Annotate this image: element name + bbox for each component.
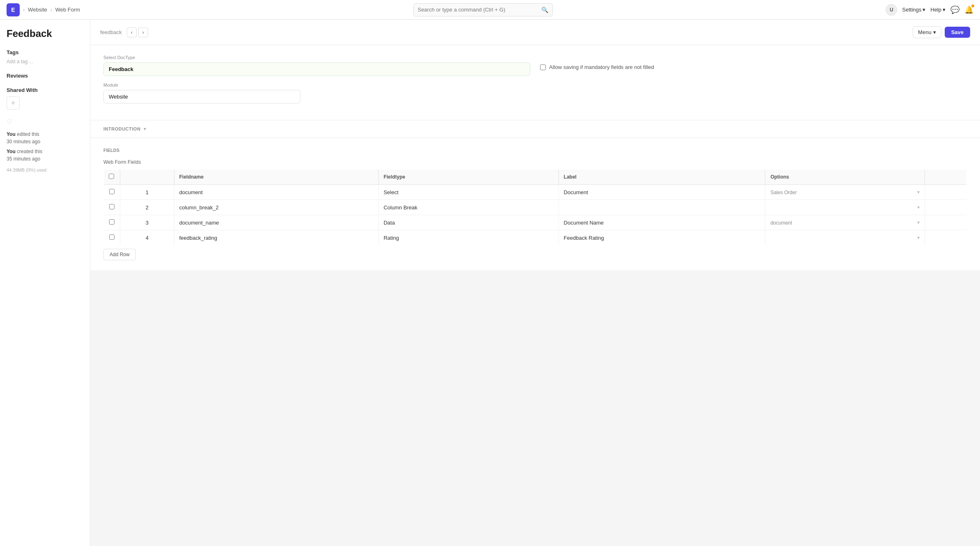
- search-icon: 🔍: [541, 7, 548, 13]
- activity-item-2: You created this 35 minutes ago: [7, 148, 83, 163]
- sidebar-tags-section: Tags Add a tag ...: [7, 49, 83, 64]
- row-actions-4: [925, 230, 966, 245]
- breadcrumb-website[interactable]: Website: [28, 7, 47, 13]
- table-row: 1 document Select Document Sales Order ▾: [104, 185, 967, 200]
- doctype-group: Select DocType: [103, 55, 530, 76]
- settings-chevron-icon: ▾: [923, 7, 925, 13]
- sidebar-reviews-section: Reviews: [7, 73, 83, 79]
- table-row: 2 column_break_2 Column Break ▾: [104, 200, 967, 215]
- add-row-button[interactable]: Add Row: [103, 249, 136, 260]
- notification-dot: [971, 5, 974, 7]
- col-header-label: Label: [559, 170, 765, 185]
- search-input[interactable]: [418, 7, 541, 13]
- row-actions-3: [925, 215, 966, 230]
- row-dropdown-icon-2[interactable]: ▾: [917, 204, 920, 210]
- row-fieldname-2: column_break_2: [174, 200, 378, 215]
- module-input[interactable]: [103, 90, 300, 103]
- mandatory-group: Allow saving if mandatory fields are not…: [540, 55, 967, 70]
- row-num-3: 3: [120, 215, 174, 230]
- search-bar[interactable]: 🔍: [413, 3, 553, 16]
- table-row: 3 document_name Data Document Name docum…: [104, 215, 967, 230]
- add-tag-button[interactable]: Add a tag ...: [7, 59, 83, 64]
- doctype-input[interactable]: [103, 62, 530, 76]
- storage-info: 44.39MB (0%) used: [7, 167, 83, 172]
- notification-icon[interactable]: 🔔: [964, 5, 973, 14]
- mandatory-checkbox[interactable]: [540, 64, 546, 70]
- activity-item-1: You edited this 30 minutes ago: [7, 131, 83, 145]
- shared-with-label: Shared With: [7, 87, 83, 93]
- tags-label: Tags: [7, 49, 83, 55]
- introduction-collapsible[interactable]: INTRODUCTION ▾: [90, 120, 980, 138]
- heart-icon[interactable]: ♡: [7, 118, 83, 126]
- form-body: Select DocType Allow saving if mandatory…: [90, 45, 980, 270]
- form-nav-arrows: ‹ ›: [127, 28, 148, 37]
- message-icon[interactable]: 💬: [950, 5, 959, 14]
- row-actions-2: [925, 200, 966, 215]
- sidebar-shared-section: Shared With +: [7, 87, 83, 110]
- row-fieldtype-1: Select: [378, 185, 559, 200]
- row-checkbox-2[interactable]: [109, 204, 114, 209]
- row-checkbox-cell: [104, 200, 120, 215]
- row-actions-1: [925, 185, 966, 200]
- save-button[interactable]: Save: [945, 27, 970, 38]
- breadcrumb-sep-1: ›: [23, 7, 25, 13]
- reviews-label: Reviews: [7, 73, 83, 79]
- doctype-row: Select DocType Allow saving if mandatory…: [103, 55, 967, 76]
- col-header-check: [104, 170, 120, 185]
- mandatory-label-text: Allow saving if mandatory fields are not…: [549, 64, 654, 70]
- mandatory-checkbox-label: Allow saving if mandatory fields are not…: [540, 64, 654, 70]
- row-label-3: Document Name: [559, 215, 765, 230]
- row-dropdown-icon-3[interactable]: ▾: [917, 220, 920, 225]
- select-all-checkbox[interactable]: [109, 174, 114, 179]
- menu-chevron-icon: ▾: [933, 29, 936, 35]
- row-options-1: Sales Order ▾: [765, 185, 925, 200]
- doctype-section: Select DocType Allow saving if mandatory…: [90, 45, 980, 120]
- activity-time-2: 35 minutes ago: [7, 156, 40, 162]
- app-icon[interactable]: E: [7, 3, 20, 16]
- row-options-4: ▾: [765, 230, 925, 245]
- row-num-4: 4: [120, 230, 174, 245]
- activity-bold-2: You: [7, 149, 16, 154]
- row-dropdown-icon-1[interactable]: ▾: [917, 189, 920, 195]
- row-fieldname-3: document_name: [174, 215, 378, 230]
- next-arrow-button[interactable]: ›: [138, 28, 148, 37]
- row-fieldtype-3: Data: [378, 215, 559, 230]
- row-checkbox-3[interactable]: [109, 219, 114, 225]
- fields-section: FIELDS Web Form Fields Fieldname Fieldty…: [90, 138, 980, 270]
- avatar[interactable]: U: [886, 4, 897, 16]
- help-button[interactable]: Help ▾: [930, 7, 946, 13]
- main-content: feedback ‹ › Menu ▾ Save Select: [90, 20, 980, 546]
- row-label-2: [559, 200, 765, 215]
- module-group: Module: [103, 83, 300, 103]
- activity-time-1: 30 minutes ago: [7, 139, 40, 145]
- row-num-1: 1: [120, 185, 174, 200]
- doctype-label: Select DocType: [103, 55, 530, 60]
- row-options-2: ▾: [765, 200, 925, 215]
- row-fieldname-1: document: [174, 185, 378, 200]
- form-header-left: feedback ‹ ›: [100, 28, 148, 37]
- activity-bold-1: You: [7, 131, 16, 137]
- form-header: feedback ‹ › Menu ▾ Save: [90, 20, 980, 45]
- col-header-fieldname: Fieldname: [174, 170, 378, 185]
- row-options-3: document ▾: [765, 215, 925, 230]
- shared-add-button[interactable]: +: [7, 96, 20, 110]
- top-nav: E › Website › Web Form 🔍 U Settings ▾ He…: [0, 0, 980, 20]
- col-header-num: [120, 170, 174, 185]
- settings-button[interactable]: Settings ▾: [902, 7, 925, 13]
- breadcrumb-webform[interactable]: Web Form: [55, 7, 80, 13]
- breadcrumb-sep-2: ›: [50, 7, 52, 13]
- col-header-fieldtype: Fieldtype: [378, 170, 559, 185]
- menu-button[interactable]: Menu ▾: [913, 26, 941, 38]
- row-fieldtype-4: Rating: [378, 230, 559, 245]
- row-checkbox-4[interactable]: [109, 234, 114, 240]
- fields-title: FIELDS: [103, 148, 967, 153]
- row-dropdown-icon-4[interactable]: ▾: [917, 235, 920, 241]
- row-checkbox-cell: [104, 230, 120, 245]
- row-num-2: 2: [120, 200, 174, 215]
- module-row: Module: [103, 83, 967, 103]
- introduction-chevron-icon: ▾: [144, 126, 146, 132]
- row-checkbox-cell: [104, 215, 120, 230]
- row-checkbox-1[interactable]: [109, 189, 114, 194]
- prev-arrow-button[interactable]: ‹: [127, 28, 137, 37]
- row-label-1: Document: [559, 185, 765, 200]
